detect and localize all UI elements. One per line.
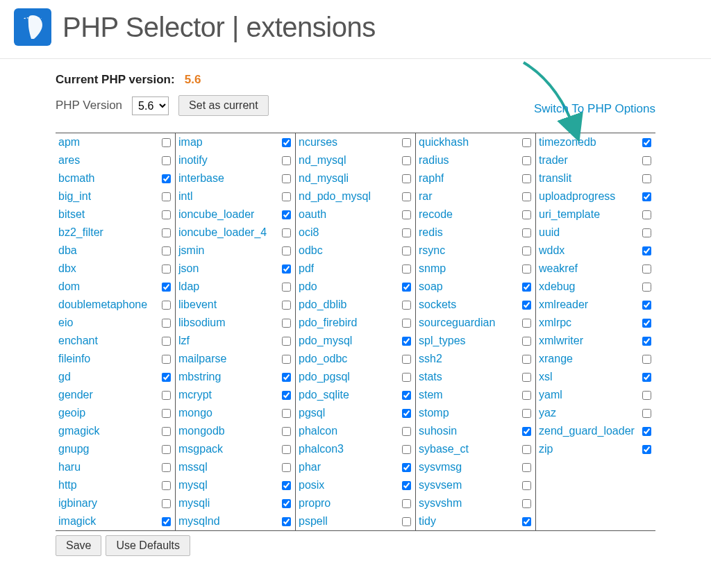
extension-label[interactable]: mcrypt [178, 389, 212, 401]
extension-label[interactable]: oauth [299, 208, 326, 221]
extension-checkbox[interactable] [402, 355, 411, 364]
extension-label[interactable]: libsodium [178, 317, 226, 329]
extension-label[interactable]: raphf [419, 172, 444, 185]
extension-label[interactable]: pdf [299, 262, 314, 275]
extension-label[interactable]: pgsql [299, 407, 325, 419]
extension-label[interactable]: pdo_pgsql [299, 371, 350, 383]
extension-checkbox[interactable] [402, 409, 411, 418]
extension-label[interactable]: msgpack [178, 443, 223, 455]
extension-label[interactable]: bitset [58, 208, 85, 221]
extension-label[interactable]: nd_pdo_mysql [299, 190, 371, 203]
extension-checkbox[interactable] [642, 174, 651, 183]
extension-checkbox[interactable] [642, 210, 651, 219]
extension-checkbox[interactable] [162, 246, 171, 255]
extension-checkbox[interactable] [282, 391, 291, 400]
extension-checkbox[interactable] [522, 445, 531, 454]
extension-label[interactable]: suhosin [419, 425, 457, 437]
use-defaults-button[interactable]: Use Defaults [106, 535, 190, 556]
extension-checkbox[interactable] [642, 301, 651, 310]
extension-checkbox[interactable] [402, 517, 411, 526]
extension-checkbox[interactable] [282, 156, 291, 165]
extension-label[interactable]: pspell [299, 515, 328, 528]
extension-checkbox[interactable] [522, 264, 531, 274]
extension-label[interactable]: oci8 [299, 226, 319, 239]
extension-checkbox[interactable] [642, 337, 651, 346]
extension-label[interactable]: quickhash [419, 136, 469, 149]
extension-label[interactable]: yaml [539, 389, 562, 401]
extension-label[interactable]: ssh2 [419, 353, 442, 365]
extension-label[interactable]: phalcon3 [299, 443, 344, 455]
extension-label[interactable]: rsync [419, 244, 445, 257]
extension-label[interactable]: mssql [178, 461, 208, 473]
extension-checkbox[interactable] [642, 156, 651, 165]
extension-checkbox[interactable] [282, 319, 291, 328]
extension-label[interactable]: sysvmsg [419, 461, 462, 473]
extension-checkbox[interactable] [162, 463, 171, 472]
extension-checkbox[interactable] [402, 301, 411, 310]
extension-checkbox[interactable] [642, 445, 651, 454]
extension-checkbox[interactable] [642, 319, 651, 328]
extension-checkbox[interactable] [402, 337, 411, 346]
extension-checkbox[interactable] [282, 427, 291, 436]
extension-checkbox[interactable] [282, 264, 291, 274]
extension-checkbox[interactable] [282, 192, 291, 201]
extension-checkbox[interactable] [282, 409, 291, 418]
extension-checkbox[interactable] [522, 373, 531, 382]
extension-label[interactable]: ldap [178, 280, 199, 293]
extension-checkbox[interactable] [282, 355, 291, 364]
extension-checkbox[interactable] [162, 499, 171, 508]
extension-label[interactable]: xmlwriter [539, 335, 583, 347]
extension-label[interactable]: lzf [178, 335, 190, 347]
extension-label[interactable]: rar [419, 190, 433, 203]
extension-label[interactable]: phar [299, 461, 321, 473]
extension-label[interactable]: mysql [178, 479, 208, 492]
switch-to-php-options-link[interactable]: Switch To PHP Options [534, 102, 655, 116]
extension-label[interactable]: inotify [178, 154, 208, 167]
extension-checkbox[interactable] [522, 481, 531, 490]
extension-label[interactable]: xmlreader [539, 299, 588, 311]
extension-label[interactable]: intl [178, 190, 192, 203]
extension-checkbox[interactable] [402, 210, 411, 219]
extension-label[interactable]: pdo [299, 280, 317, 293]
extension-label[interactable]: xdebug [539, 280, 576, 293]
extension-label[interactable]: pdo_mysql [299, 335, 352, 347]
extension-label[interactable]: xsl [539, 371, 553, 383]
extension-checkbox[interactable] [522, 337, 531, 346]
extension-label[interactable]: sysvshm [419, 497, 462, 510]
save-button[interactable]: Save [56, 535, 101, 556]
extension-checkbox[interactable] [162, 174, 171, 183]
extension-checkbox[interactable] [522, 301, 531, 310]
extension-label[interactable]: sockets [419, 299, 456, 311]
extension-label[interactable]: sysvsem [419, 479, 462, 492]
extension-label[interactable]: radius [419, 154, 449, 167]
extension-checkbox[interactable] [402, 373, 411, 382]
extension-label[interactable]: libevent [178, 299, 217, 311]
extension-label[interactable]: trader [539, 154, 568, 167]
extension-checkbox[interactable] [282, 228, 291, 237]
extension-label[interactable]: ares [58, 154, 80, 167]
extension-checkbox[interactable] [162, 210, 171, 219]
extension-checkbox[interactable] [162, 138, 171, 147]
extension-label[interactable]: stomp [419, 407, 449, 419]
extension-checkbox[interactable] [162, 337, 171, 346]
extension-label[interactable]: bcmath [58, 172, 94, 185]
extension-checkbox[interactable] [282, 481, 291, 490]
extension-checkbox[interactable] [642, 283, 651, 292]
extension-checkbox[interactable] [402, 264, 411, 274]
extension-label[interactable]: ioncube_loader [178, 208, 254, 221]
extension-checkbox[interactable] [402, 138, 411, 147]
extension-checkbox[interactable] [642, 355, 651, 364]
extension-checkbox[interactable] [402, 246, 411, 255]
extension-checkbox[interactable] [522, 138, 531, 147]
extension-label[interactable]: ncurses [299, 136, 337, 149]
extension-label[interactable]: uploadprogress [539, 190, 615, 203]
extension-checkbox[interactable] [162, 283, 171, 292]
extension-checkbox[interactable] [402, 499, 411, 508]
extension-checkbox[interactable] [642, 373, 651, 382]
extension-label[interactable]: imagick [58, 515, 96, 528]
extension-label[interactable]: json [178, 262, 199, 275]
extension-label[interactable]: gmagick [58, 425, 100, 437]
extension-checkbox[interactable] [522, 246, 531, 255]
extension-label[interactable]: recode [419, 208, 453, 221]
extension-checkbox[interactable] [402, 481, 411, 490]
